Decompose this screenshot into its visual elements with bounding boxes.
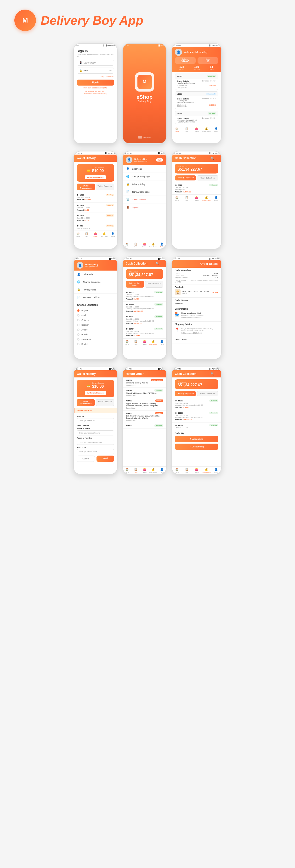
- return-item-11466[interactable]: #11466 Included Drik Men Grey Analogue A…: [123, 410, 166, 423]
- tx-1007[interactable]: ID: 1007Pending Date: 11-11-2024 Amount …: [74, 203, 117, 213]
- nav-profile[interactable]: 👤 Profile: [211, 127, 221, 132]
- signup-link[interactable]: Sign Up: [101, 87, 107, 89]
- nav-home-cc2[interactable]: 🏠Home: [123, 340, 131, 345]
- tx-1018[interactable]: ID: 1018Pending Date: 23-11-2024 Amount …: [74, 192, 117, 203]
- cc-item-7971[interactable]: ID: 7971 Collected Date: 09-10-2023 Mess…: [172, 182, 221, 195]
- lang-menu-terms[interactable]: 📄 Term & Conditions: [74, 293, 117, 301]
- ww-account-name-input[interactable]: Enter your account name: [77, 430, 114, 435]
- nav-wallet[interactable]: 👛 Wallet: [192, 127, 201, 132]
- return-item-11597[interactable]: #11597 Returned Black Full Sleeves Slim …: [123, 388, 166, 398]
- ww-cancel-btn[interactable]: Cancel: [77, 456, 95, 462]
- password-input-group[interactable]: 🔒 •••••• 👁: [77, 68, 114, 73]
- nav-home-cc[interactable]: 🏠Home: [172, 196, 182, 201]
- terms-link[interactable]: Terms of Service: [84, 93, 95, 94]
- nav-cash-cc[interactable]: 💰Cash Collect: [202, 196, 211, 201]
- lang-menu-privacy[interactable]: 🔒 Privacy Policy: [74, 286, 117, 293]
- ww-ifsc-input[interactable]: Enter your IFSC code: [77, 449, 114, 454]
- order-card-1101[interactable]: #1101 Processed Order Details November 2…: [175, 91, 218, 109]
- tab-requests[interactable]: Wallet Requests: [96, 184, 114, 190]
- nav-wallet-w[interactable]: 👛Wallet: [91, 232, 100, 237]
- nav-home-m[interactable]: 🏠Home: [123, 243, 131, 248]
- filter-icon-cc[interactable]: ⋮: [216, 156, 218, 160]
- nav-task-cc3[interactable]: 📋Task: [182, 468, 192, 473]
- ww-send-btn[interactable]: Send: [97, 456, 114, 462]
- phone-input-group[interactable]: 📱 1234567890: [77, 60, 114, 66]
- lang-menu-edit[interactable]: 👤 Edit Profile: [74, 271, 117, 278]
- nav-home-ro[interactable]: 🏠Home: [123, 468, 131, 473]
- nav-task-cc2[interactable]: 📋Task: [131, 340, 140, 345]
- nav-profile-ro[interactable]: 👤Profile: [158, 468, 166, 473]
- nav-home-w[interactable]: 🏠Home: [74, 232, 83, 237]
- tab2-cash[interactable]: Cash Collection: [145, 281, 164, 287]
- withdraw-btn[interactable]: Withdraw Balance: [85, 175, 106, 179]
- nav-profile-cc[interactable]: 👤Profile: [211, 196, 221, 201]
- filter-icon-cc2[interactable]: ⋮: [160, 262, 163, 265]
- nav-cash-collect[interactable]: 💰 Cash Collect: [202, 127, 211, 132]
- nav-cash-cc2[interactable]: 💰Cash Collect: [149, 340, 158, 345]
- lang-spanish[interactable]: Spanish: [77, 322, 114, 328]
- tab-transactions[interactable]: Wallet Transactions: [77, 184, 95, 190]
- cc3-item-11966[interactable]: ID: 11966Received Date: 11-11-2024 Messa…: [172, 410, 221, 423]
- eye-icon[interactable]: 👁: [109, 69, 111, 72]
- privacy-link[interactable]: Privacy Policy: [98, 93, 107, 94]
- cc3-item-11967[interactable]: ID: 11967Received Date: 11-11-2024: [172, 423, 221, 430]
- forgot-password-link[interactable]: Forgot Password?: [77, 75, 114, 77]
- nav-task-m[interactable]: 📋Task: [131, 243, 140, 248]
- cc2-item-11966[interactable]: ID: 11966Received Date: 11-11-2024 Messa…: [123, 302, 166, 314]
- lang-russian[interactable]: Russian: [77, 332, 114, 337]
- nav-wallet-ro[interactable]: 👛Wallet: [140, 468, 149, 473]
- nav-profile-cc3[interactable]: 👤Profile: [211, 468, 221, 473]
- ww-amount-input[interactable]: Enter your amount: [77, 418, 114, 423]
- return-item-11894[interactable]: #11894 return pending Samsung Galaxy A23…: [123, 377, 166, 388]
- tab3-cash[interactable]: Cash Collection: [197, 391, 218, 396]
- nav-wallet-cc[interactable]: 👛Wallet: [192, 196, 201, 201]
- lang-deutch[interactable]: Deutch: [77, 342, 114, 346]
- search-icon-cc3[interactable]: 🔍: [210, 372, 214, 375]
- nav-task-w[interactable]: 📋Task: [83, 232, 91, 237]
- ascending-btn[interactable]: ⇑ Ascending: [175, 436, 218, 442]
- menu-terms[interactable]: 📄 Term & Conditions: [123, 188, 166, 196]
- nav-task-cc[interactable]: 📋Task: [182, 196, 192, 201]
- lang-arabic[interactable]: Arabic: [77, 328, 114, 332]
- cc2-item-11947[interactable]: ID: 11947Received Date: 11-11-2024 Messa…: [123, 314, 166, 326]
- ww-withdraw-btn[interactable]: Withdraw Balance: [85, 391, 106, 395]
- nav-task-ro[interactable]: 📋Task: [131, 468, 140, 473]
- cc2-item-11764[interactable]: ID: 11764Received Date: 11-11-2024 Messa…: [123, 326, 166, 338]
- order-card-1103[interactable]: #1103 Delivered Order Details November 2…: [175, 73, 218, 90]
- tx-986[interactable]: ID: 986Pending Date: 29-09-2024: [74, 223, 117, 231]
- ww-account-number-input[interactable]: Enter your account number: [77, 440, 114, 445]
- nav-home[interactable]: 🏠 Home: [172, 127, 182, 132]
- tab-cash-collection[interactable]: Cash Collection: [197, 176, 218, 181]
- search-icon-cc2[interactable]: 🔍: [155, 262, 159, 265]
- nav-task[interactable]: 📋 Task: [182, 127, 192, 132]
- menu-edit-profile[interactable]: 👤 Edit Profile: [123, 165, 166, 173]
- nav-cash-w[interactable]: 💰Cash Collect: [100, 232, 108, 237]
- lang-chinese[interactable]: Chinese: [77, 318, 114, 322]
- cc3-item-11983[interactable]: ID: 11983Received Date: 18-11-2024 Messa…: [172, 398, 221, 410]
- nav-profile-cc2[interactable]: 👤Profile: [158, 340, 166, 345]
- signin-button[interactable]: Sign in: [77, 80, 114, 86]
- cc2-item-11983[interactable]: ID: 11983Received Date: 18-11-2024 Messa…: [123, 289, 166, 302]
- tx-1006[interactable]: ID: 1006Pending Date: 11-11-2024 Amount …: [74, 213, 117, 223]
- nav-wallet-m[interactable]: 👛Wallet: [140, 243, 149, 248]
- nav-profile-w[interactable]: 👤Profile: [108, 232, 117, 237]
- nav-cash-m[interactable]: 💰Cash Collect: [149, 243, 158, 248]
- ww-tab-transactions[interactable]: Wallet Transactions: [77, 399, 95, 406]
- return-item-11482[interactable]: #11482 Included Apple iPhone XR (White, …: [123, 398, 166, 410]
- return-item-11436[interactable]: #11436 Returned: [123, 423, 166, 429]
- menu-change-language[interactable]: 🌐 Change Language: [123, 173, 166, 181]
- nav-home-cc3[interactable]: 🏠Home: [172, 468, 182, 473]
- descending-btn[interactable]: ⇓ Descending: [175, 443, 218, 450]
- ww-tab-requests[interactable]: Wallet Requests: [96, 399, 114, 406]
- nav-cash-cc3[interactable]: 💰Cash Collect: [202, 468, 211, 473]
- lang-menu-change[interactable]: 🌐 Change Language: [74, 278, 117, 286]
- nav-cash-ro[interactable]: 💰Cash Collect: [149, 468, 158, 473]
- lang-english[interactable]: English: [77, 308, 114, 313]
- tab-delivery-cash[interactable]: Delivery Boy Cash: [175, 176, 196, 181]
- search-icon-cc[interactable]: 🔍: [210, 156, 214, 160]
- nav-wallet-cc2[interactable]: 👛Wallet: [140, 340, 149, 345]
- tab2-delivery[interactable]: Delivery Boy Cash: [126, 281, 144, 287]
- tab3-delivery[interactable]: Delivery Boy Cash: [175, 391, 196, 396]
- nav-profile-m[interactable]: 👤Profile: [158, 243, 166, 248]
- menu-privacy[interactable]: 🔒 Privacy Policy: [123, 181, 166, 188]
